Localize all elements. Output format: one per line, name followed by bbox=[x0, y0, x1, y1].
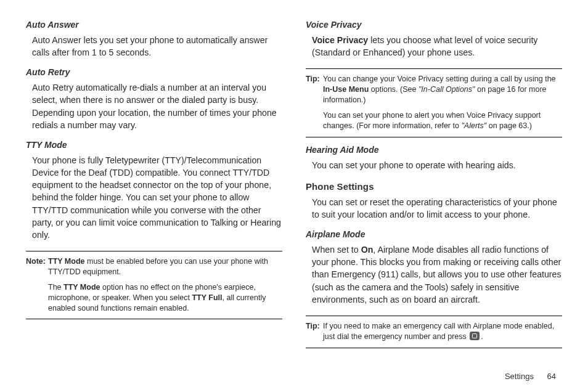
tip1-text: You can change your Voice Privacy settin… bbox=[323, 74, 562, 131]
footer-page-number: 64 bbox=[547, 372, 556, 381]
tip1-inuse-bold: In-Use Menu bbox=[323, 85, 369, 94]
tip1-incall-italic: "In-Call Options" bbox=[419, 85, 475, 94]
body-tty-mode: Your phone is fully Teletypewriter (TTY)… bbox=[32, 154, 282, 241]
heading-voice-privacy: Voice Privacy bbox=[306, 20, 562, 30]
heading-tty-mode: TTY Mode bbox=[26, 140, 282, 150]
tip2-text: If you need to make an emergency call wi… bbox=[323, 321, 562, 342]
airplane-on-bold: On bbox=[361, 245, 374, 255]
body-phone-settings: You can set or reset the operating chara… bbox=[312, 196, 562, 221]
tip1-l1c: options. (See bbox=[369, 85, 419, 94]
note-tty-mode-bold-2: TTY Mode bbox=[63, 283, 100, 292]
tip2-l1a: If you need to make an emergency call wi… bbox=[323, 322, 554, 341]
body-auto-retry: Auto Retry automatically re-dials a numb… bbox=[32, 81, 282, 131]
body-voice-privacy: Voice Privacy lets you choose what level… bbox=[312, 34, 562, 59]
tip-label-1: Tip: bbox=[306, 74, 323, 131]
right-column: Voice Privacy Voice Privacy lets you cho… bbox=[306, 18, 562, 367]
tip1-l2c: on page 63.) bbox=[486, 121, 532, 130]
footer-section: Settings bbox=[505, 372, 534, 381]
note-tty-mode-bold: TTY Mode bbox=[48, 257, 85, 266]
note-text-2: The TTY Mode option has no effect on the… bbox=[48, 282, 282, 314]
heading-airplane-mode: Airplane Mode bbox=[306, 229, 562, 239]
note-box-tty: Note: TTY Mode must be enabled before yo… bbox=[26, 251, 282, 319]
tip1-alerts-italic: "Alerts" bbox=[461, 121, 486, 130]
left-column: Auto Answer Auto Answer lets you set you… bbox=[26, 18, 282, 367]
note-text-2a: The bbox=[48, 283, 63, 292]
tip1-line2: You can set your phone to alert you when… bbox=[323, 110, 562, 131]
airplane-a: When set to bbox=[312, 245, 361, 255]
note-tty-full-bold: TTY Full bbox=[192, 293, 222, 302]
tip2-l1b: . bbox=[481, 332, 483, 341]
tip-label-2: Tip: bbox=[306, 321, 323, 342]
body-auto-answer: Auto Answer lets you set your phone to a… bbox=[32, 34, 282, 59]
heading-phone-settings: Phone Settings bbox=[306, 181, 562, 192]
note-text-1: TTY Mode must be enabled before you can … bbox=[48, 256, 282, 313]
tip-box-voice-privacy: Tip: You can change your Voice Privacy s… bbox=[306, 68, 562, 137]
heading-auto-answer: Auto Answer bbox=[26, 20, 282, 30]
page: Auto Answer Auto Answer lets you set you… bbox=[26, 18, 562, 367]
voice-privacy-bold: Voice Privacy bbox=[312, 35, 368, 45]
heading-auto-retry: Auto Retry bbox=[26, 67, 282, 77]
page-footer: Settings 64 bbox=[505, 372, 556, 381]
send-key-icon bbox=[470, 332, 480, 340]
note-label: Note: bbox=[26, 256, 48, 313]
tip1-l1a: You can change your Voice Privacy settin… bbox=[323, 75, 556, 83]
heading-hearing-aid: Hearing Aid Mode bbox=[306, 145, 562, 155]
tip-box-airplane: Tip: If you need to make an emergency ca… bbox=[306, 316, 562, 348]
body-hearing-aid: You can set your phone to operate with h… bbox=[312, 159, 562, 171]
body-airplane-mode: When set to On, Airplane Mode disables a… bbox=[312, 243, 562, 306]
